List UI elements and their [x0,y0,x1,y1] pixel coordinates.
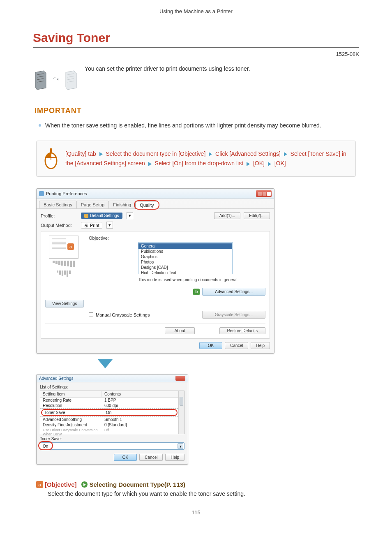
dropdown-arrow-icon[interactable]: ▾ [178,443,183,449]
row-resolution[interactable]: Resolution [40,403,102,408]
adv-help-button[interactable]: Help [165,454,184,461]
important-heading: IMPORTANT [35,106,359,115]
page-title: Saving Toner [33,31,359,48]
step-3: Click [Advanced Settings] [215,150,281,157]
window-controls[interactable] [256,190,272,197]
tab-finishing[interactable]: Finishing [108,201,136,208]
doc-code: 1525-08K [33,51,359,57]
restore-defaults-button[interactable]: Restore Defaults [219,327,265,334]
column-contents: Contents [102,391,184,397]
objective-label: Objective: [89,236,265,240]
step-1: [Quality] tab [65,150,96,157]
printer-small-icon: 🖨 [84,223,88,228]
output-dropdown-arrow[interactable]: ▾ [106,222,113,229]
selecting-document-type-link[interactable]: Selecting Document Type(P. 113) [89,481,185,488]
preview-density-bars [53,261,75,267]
step-5: Select [On] from the drop-down list [155,160,244,166]
svg-rect-0 [50,148,52,153]
column-setting-item: Setting Item [40,391,102,397]
objective-option-publications[interactable]: Publications [138,249,232,254]
step-6: [OK] [253,160,265,166]
paper-light-icon [63,70,78,90]
svg-marker-5 [148,162,152,166]
profile-select[interactable]: Default Settings [81,213,122,219]
link-indicator-icon [81,481,88,488]
advanced-settings-dialog: Advanced Settings List of Settings: Sett… [36,374,188,465]
profile-dropdown-arrow[interactable]: ▾ [127,212,133,219]
svg-marker-4 [284,152,287,156]
tab-basic-settings[interactable]: Basic Settings [39,201,77,208]
intro-text: You can set the printer driver to print … [85,65,359,72]
page-preview: a [49,236,78,259]
printing-preferences-dialog: Printing Preferences Basic Settings Page… [36,188,274,354]
steps-text: [Quality] tab Select the document type i… [65,149,347,169]
step-arrow-icon [209,152,212,156]
row-rendering-rate[interactable]: Rendering Rate [40,398,102,402]
objective-option-designs[interactable]: Designs [CAD] [138,265,232,270]
breadcrumb: Using the Machine as a Printer [33,8,359,14]
adv-close-button[interactable] [175,376,185,381]
intro-printer-graphic [33,65,78,94]
transform-arrow-icon [52,76,59,83]
objective-option-graphics[interactable]: Graphics [138,254,232,259]
objective-option-hdtext[interactable]: High Definition Text [138,270,232,274]
help-button[interactable]: Help [251,342,270,349]
toner-save-highlight [38,441,53,450]
tab-page-setup[interactable]: Page Setup [76,201,109,208]
svg-marker-2 [99,152,103,156]
about-button[interactable]: About [165,327,194,334]
adv-ok-button[interactable]: OK [114,454,137,461]
edit-button[interactable]: Edit(2)... [244,212,270,219]
output-method-label: Output Method: [41,223,78,228]
row-toner-save[interactable]: Toner Save [42,410,104,415]
profile-label: Profile: [41,213,78,218]
manual-grayscale-checkbox[interactable] [89,312,93,317]
output-method-select[interactable]: 🖨 Print [81,222,102,229]
svg-marker-3 [209,152,212,156]
output-method-value: Print [90,223,99,228]
row-driver-grayscale[interactable]: Use Driver Grayscale Conversion When B&W [40,428,102,436]
page-number: 115 [33,509,359,516]
svg-marker-7 [268,162,271,166]
row-advanced-smoothing[interactable]: Advanced Smoothing [40,417,102,422]
step-arrow-icon [268,162,271,166]
toner-save-dropdown[interactable]: On ▾ [40,442,184,450]
tab-quality[interactable]: Quality [135,201,158,209]
cancel-button[interactable]: Cancel [225,342,248,349]
adv-cancel-button[interactable]: Cancel [139,454,163,461]
objective-option-general[interactable]: General [138,243,232,249]
svg-marker-6 [247,162,250,166]
objective-description: This mode is used when printing document… [138,278,265,282]
step-arrow-icon [247,162,250,166]
advanced-settings-button[interactable]: Advanced Settings... [202,288,265,296]
steps-card: [Quality] tab Select the document type i… [36,141,356,177]
callout-a-marker: a [67,243,74,250]
window-icon [39,191,44,196]
objective-listbox[interactable]: General Publications Graphics Photos Des… [138,242,233,274]
mouse-icon [37,148,65,169]
paper-dark-icon [33,70,48,90]
important-bullet: When the toner save setting is enabled, … [45,121,359,130]
grayscale-settings-button: Grayscale Settings... [202,311,265,319]
preview-density-bars-2 [57,271,71,277]
objective-option-photos[interactable]: Photos [138,259,232,265]
row-density-fine[interactable]: Density Fine Adjustment [40,423,102,427]
callout-b-marker: b [193,289,200,295]
settings-listview[interactable]: Setting Item Contents Rendering Rate1 BP… [40,391,184,434]
adv-window-title: Advanced Settings [39,376,73,381]
objective-section-title: [Objective] [45,481,77,488]
window-title: Printing Preferences [46,191,87,196]
ok-button[interactable]: OK [199,342,222,349]
flow-down-arrow-icon [98,359,113,368]
step-2: Select the document type in [Objective] [106,150,205,157]
step-7: [OK] [274,160,286,166]
add-button[interactable]: Add(1)... [214,212,240,219]
step-arrow-icon [284,152,287,156]
view-settings-button[interactable]: View Settings [45,300,84,308]
objective-section-desc: Select the document type for which you w… [48,490,359,497]
step-arrow-icon [99,152,103,156]
step-arrow-icon [148,162,152,166]
manual-grayscale-label: Manual Grayscale Settings [96,312,150,317]
toner-save-field-label: Toner Save: [40,437,184,441]
callout-a-inline-marker: a [36,481,43,488]
